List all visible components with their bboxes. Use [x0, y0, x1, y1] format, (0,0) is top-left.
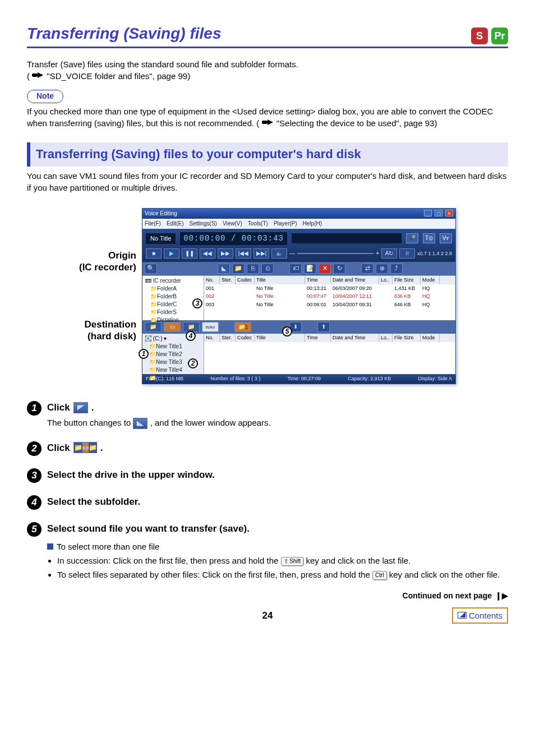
note-text: If you checked more than one type of equ… [27, 105, 508, 129]
step-3: 3 Select the drive in the upper window. [27, 468, 508, 483]
menu-view[interactable]: View(V) [223, 220, 242, 228]
tree-folder-c[interactable]: FolderC [157, 301, 177, 307]
stop-icon[interactable]: ■ [146, 248, 162, 259]
menu-edit[interactable]: Edit(E) [167, 220, 184, 228]
maximize-icon[interactable]: □ [435, 210, 442, 216]
file-row[interactable]: 002No Title00:07:4710/04/2007 12:11836 K… [204, 292, 455, 301]
toggle-lower-active-icon [133, 418, 147, 429]
menu-help[interactable]: Help(H) [303, 220, 322, 228]
level-meter [292, 233, 402, 243]
menu-tools[interactable]: Tools(T) [248, 220, 268, 228]
app-menubar[interactable]: File(F) Edit(E) Settings(S) View(V) Tool… [142, 219, 455, 229]
section-heading: Transferring (Saving) files to your comp… [27, 142, 508, 167]
contents-button[interactable]: Contents [452, 607, 508, 624]
toggle-lower-icon[interactable]: ◣ [218, 264, 230, 274]
dest-folder[interactable]: New Title2 [156, 351, 182, 357]
dest-folder[interactable]: New Title1 [156, 343, 182, 349]
tree-folder-b[interactable]: FolderB [157, 293, 177, 299]
file-list-header: No. Ster. Codec Title Time Date and Time… [204, 276, 455, 284]
origin-label-1: Origin [79, 250, 136, 261]
merge-icon[interactable]: ⊕ [376, 264, 388, 274]
tree-folder-s[interactable]: FolderS [157, 309, 177, 315]
app-titlebar: Voice Editing _ □ × [142, 209, 455, 219]
paste-icon[interactable]: ⎙ [261, 264, 274, 274]
bullet-square-icon [47, 543, 53, 550]
transfer-up-icon[interactable]: ⬆ [317, 322, 330, 332]
copy-icon[interactable]: ⎘ [247, 264, 259, 274]
step5-bullets: In succession: Click on the first file, … [57, 555, 508, 580]
destination-label-2: (hard disk) [79, 330, 136, 342]
transport-controls: ■ ▶ ❚❚ ◀◀ ▶▶ |◀◀ ▶▶| 🔈 — + A↻ ⁞⁞ x0.7 1 … [146, 248, 452, 259]
play-icon[interactable]: ▶ [164, 248, 179, 259]
continued-notice: Continued on next page ❙▶ [27, 591, 508, 602]
badge-pr: Pr [491, 27, 508, 44]
mic-icon[interactable]: 🎤 [406, 233, 418, 243]
rewind-icon[interactable]: ◀◀ [200, 248, 215, 259]
callout-1: 1 [139, 347, 151, 359]
tag-icon[interactable]: 🏷 [289, 264, 302, 274]
svg-marker-3 [137, 421, 144, 426]
step-number-icon: 4 [27, 495, 41, 510]
step-number-icon: 1 [27, 401, 41, 416]
intro-line2: ( "SD_VOICE folder and files", page 99) [27, 70, 508, 82]
callout-2: 2 [188, 357, 200, 369]
file-row[interactable]: 003No Title00:06:0110/04/2007 09:31646 K… [204, 301, 455, 309]
voice-text-icon[interactable]: Vᴛ [440, 233, 452, 243]
upper-toolbar: 🔍 ◣ 📁 ⎘ ⎙ 🏷 📝 ✕ ↻ ⇄ ⊕ ⤴ [142, 262, 455, 275]
menu-player[interactable]: Player(P) [274, 220, 297, 228]
window-buttons[interactable]: _ □ × [423, 210, 453, 218]
destination-label-1: Destination [79, 319, 136, 330]
eq-icon[interactable]: ⁞⁞ [399, 248, 415, 259]
prev-track-icon[interactable]: |◀◀ [236, 248, 251, 259]
lower-file-list-header: No. Ster. Codec Title Time Date and Time… [204, 334, 455, 342]
new-folder-icon[interactable]: 📁⤵ [234, 322, 251, 332]
shift-key-icon: ⇧ Shift [281, 557, 304, 566]
status-free: Free(C): 116 MB [146, 375, 183, 382]
folder-icon[interactable]: 📁 [232, 264, 245, 274]
wav-icon[interactable]: WAV [202, 322, 219, 332]
figure-side-labels: Origin (IC recorder) Destination (hard d… [79, 272, 136, 320]
delete-icon[interactable]: ✕ [319, 264, 331, 274]
forward-icon[interactable]: ▶▶ [218, 248, 233, 259]
origin-label-2: (IC recorder) [79, 261, 136, 273]
repeat-icon[interactable]: A↻ [381, 248, 397, 259]
step-number-icon: 2 [27, 441, 41, 456]
svg-rect-0 [32, 73, 38, 77]
time-display: 00:00:00 / 00:03:43 [180, 232, 287, 246]
tab-sd-icon[interactable]: ▭ [164, 322, 181, 332]
page-number: 24 [187, 609, 348, 623]
dest-folder[interactable]: New Title3 [156, 359, 182, 365]
export-icon[interactable]: ⤴ [390, 264, 403, 274]
intro-line1: Transfer (Save) files using the standard… [27, 58, 508, 70]
file-row[interactable]: 001No Title00:13:2106/03/2007 09:201,431… [204, 284, 455, 293]
refresh-icon[interactable]: ↻ [333, 264, 345, 274]
link-icon[interactable]: ⇄ [361, 264, 373, 274]
callout-5: 5 [282, 325, 294, 337]
contents-icon [458, 612, 467, 619]
note-icon[interactable]: 📝 [304, 264, 316, 274]
step-number-icon: 3 [27, 468, 41, 483]
close-icon[interactable]: × [445, 210, 453, 216]
intro-paragraph: Transfer (Save) files using the standard… [27, 58, 508, 82]
speaker-icon[interactable]: 🔈 [271, 248, 287, 259]
step-number-icon: 5 [27, 522, 41, 537]
minimize-icon[interactable]: _ [424, 210, 432, 216]
pause-icon[interactable]: ❚❚ [182, 248, 197, 259]
dest-folder[interactable]: New Title4 [156, 367, 182, 373]
next-track-icon[interactable]: ▶▶| [253, 248, 269, 259]
file-list[interactable]: No. Ster. Codec Title Time Date and Time… [204, 276, 455, 320]
svg-marker-2 [77, 405, 84, 410]
step-5: 5 Select sound file you want to transfer… [27, 522, 508, 583]
status-display: Display: Side A [418, 375, 452, 382]
volume-slider[interactable] [297, 253, 373, 254]
text-output-icon[interactable]: T⊙ [423, 233, 435, 243]
page-title: Transferring (Saving) files [27, 22, 221, 44]
search-icon[interactable]: 🔍 [145, 264, 157, 274]
menu-file[interactable]: File(F) [145, 220, 161, 228]
tab-hd-icon[interactable]: 📁 [145, 322, 162, 332]
player-panel: No Title 00:00:00 / 00:03:43 🎤 T⊙ Vᴛ ■ ▶… [142, 229, 455, 262]
tree-folder-a[interactable]: FolderA [157, 285, 177, 292]
section-body: You can save VM1 sound files from your I… [27, 170, 508, 193]
status-capacity: Capacity: 2,913 KB [348, 375, 391, 382]
menu-settings[interactable]: Settings(S) [189, 220, 216, 228]
